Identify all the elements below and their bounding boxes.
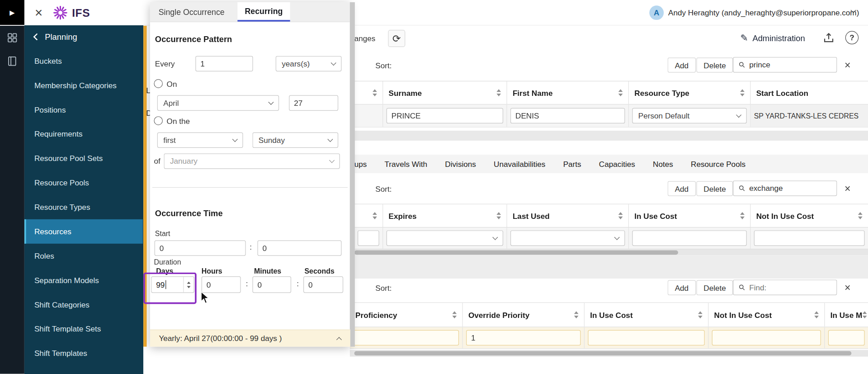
resources-delete-button[interactable]: Delete	[696, 57, 733, 72]
exchange-partial-field[interactable]	[358, 230, 379, 246]
sort-arrows-icon[interactable]	[574, 311, 579, 318]
last-used-select[interactable]	[510, 230, 625, 246]
month-select[interactable]: April	[157, 95, 279, 111]
duration-minutes-field[interactable]	[252, 276, 291, 293]
exchange-col-last-used[interactable]: Last Used	[507, 204, 629, 227]
exchange-clear-search-button[interactable]: ×	[840, 182, 855, 196]
exchange-table-row[interactable]	[354, 227, 868, 249]
sidebar-item-membership-categories[interactable]: Membership Categories	[24, 73, 143, 98]
tab-notes[interactable]: Notes	[653, 159, 673, 168]
sort-arrows-icon[interactable]	[496, 89, 501, 96]
administration-button[interactable]: ✎ Administration	[740, 32, 805, 43]
sidebar-item-positions[interactable]: Positions	[24, 98, 143, 122]
resources-col-resource-type[interactable]: Resource Type	[629, 81, 750, 104]
toolbar-changes-partial[interactable]: anges	[354, 34, 376, 43]
resources-clear-search-button[interactable]: ×	[840, 58, 855, 73]
dialog-vscrollbar-thumb[interactable]	[350, 2, 355, 347]
sort-arrows-icon[interactable]	[373, 89, 377, 96]
duration-hours-field[interactable]	[202, 276, 241, 293]
resources-col-partial[interactable]	[354, 81, 383, 104]
sidebar-item-shift-templates[interactable]: Shift Templates	[24, 341, 143, 365]
surname-field[interactable]	[387, 108, 503, 123]
tab-single-occurrence[interactable]: Single Occurrence	[157, 2, 226, 22]
resources-add-button[interactable]: Add	[668, 57, 696, 72]
exchange-search-box[interactable]	[733, 180, 837, 196]
resources-col-surname[interactable]: Surname	[383, 81, 507, 104]
sidebar-item-resources[interactable]: Resources	[24, 219, 143, 244]
every-value-field[interactable]	[195, 56, 253, 71]
resources-col-start-location[interactable]: Start Location	[750, 81, 868, 104]
of-month-select[interactable]: January	[164, 153, 340, 169]
skills-clear-search-button[interactable]: ×	[840, 281, 855, 295]
sidebar-item-shift-template-sets[interactable]: Shift Template Sets	[24, 317, 143, 341]
expires-select[interactable]	[387, 230, 503, 246]
hscrollbar-thumb[interactable]	[354, 351, 852, 355]
sort-arrows-icon[interactable]	[618, 212, 623, 219]
on-radio[interactable]	[154, 79, 163, 88]
resources-table-row[interactable]: Person Default SP YARD-TANKS-LES CEDRES	[354, 104, 868, 127]
not-in-use-cost-field[interactable]	[754, 230, 865, 246]
sort-arrows-icon[interactable]	[858, 212, 863, 219]
sidebar-item-resource-pool-sets[interactable]: Resource Pool Sets	[24, 146, 143, 170]
close-page-button[interactable]: ×	[32, 6, 45, 19]
exchange-delete-button[interactable]: Delete	[696, 181, 733, 196]
tab-resource-pools[interactable]: Resource Pools	[691, 159, 745, 168]
tab-capacities[interactable]: Capacities	[599, 159, 635, 168]
ordinal-select[interactable]: first	[157, 133, 243, 148]
exchange-col-in-use-cost[interactable]: In Use Cost	[629, 204, 750, 227]
in-use-cost-field[interactable]	[632, 230, 746, 246]
skills-col-not-in-use-cost[interactable]: Not In Use Cost	[708, 303, 825, 327]
start-minute-field[interactable]	[257, 240, 341, 256]
resource-type-select[interactable]: Person Default	[632, 108, 746, 123]
sidebar-item-buckets[interactable]: Buckets	[24, 49, 143, 73]
sidebar-item-resource-types[interactable]: Resource Types	[24, 195, 143, 219]
skills-delete-button[interactable]: Delete	[696, 280, 733, 295]
recurrence-summary-bar[interactable]: Yearly: April 27(00:00:00 - 99 days )	[150, 330, 350, 347]
skills-not-in-use-cost-field[interactable]	[712, 330, 821, 346]
sidebar-item-requirements[interactable]: Requirements	[24, 122, 143, 146]
tab-groups-partial[interactable]: ups	[354, 159, 367, 168]
refresh-button[interactable]: ⟳	[388, 30, 405, 47]
start-hour-field[interactable]	[155, 240, 246, 256]
duration-seconds-field[interactable]	[303, 276, 343, 293]
notebook-nav-button[interactable]	[7, 55, 18, 68]
sidebar-back-planning[interactable]: Planning	[34, 32, 77, 42]
skills-col-override-priority[interactable]: Override Priority	[463, 303, 585, 327]
override-priority-field[interactable]	[466, 330, 580, 346]
skills-col-in-use-cost[interactable]: In Use Cost	[585, 303, 708, 327]
weekday-select[interactable]: Sunday	[252, 133, 338, 148]
hscrollbar-thumb[interactable]	[354, 250, 678, 255]
sort-arrows-icon[interactable]	[814, 311, 819, 318]
exchange-add-button[interactable]: Add	[668, 181, 696, 196]
tab-unavailabilities[interactable]: Unavailabilities	[494, 159, 545, 168]
exchange-search-input[interactable]	[749, 184, 831, 193]
resources-col-first-name[interactable]: First Name	[507, 81, 629, 104]
tab-divisions[interactable]: Divisions	[445, 159, 476, 168]
resources-search-input[interactable]	[749, 60, 831, 69]
skills-in-use-m-field[interactable]	[828, 330, 865, 346]
skills-col-proficiency[interactable]: Proficiency	[350, 303, 463, 327]
sort-arrows-icon[interactable]	[862, 311, 867, 318]
sidebar-item-resource-pools[interactable]: Resource Pools	[24, 170, 143, 195]
app-menu-button[interactable]: ▶	[0, 0, 24, 25]
on-the-radio[interactable]	[154, 116, 163, 125]
sidebar-item-shift-categories[interactable]: Shift Categories	[24, 293, 143, 317]
every-unit-select[interactable]: years(s)	[276, 56, 342, 71]
sort-arrows-icon[interactable]	[373, 212, 377, 219]
proficiency-field[interactable]	[353, 330, 459, 346]
avatar[interactable]: A	[649, 5, 664, 20]
sort-arrows-icon[interactable]	[698, 311, 703, 318]
sidebar-item-roles[interactable]: Roles	[24, 244, 143, 268]
exchange-col-expires[interactable]: Expires	[383, 204, 507, 227]
exchange-col-partial[interactable]	[354, 204, 383, 227]
sidebar-item-separation-models[interactable]: Separation Models	[24, 268, 143, 293]
tab-recurring[interactable]: Recurring	[237, 2, 290, 22]
sort-arrows-icon[interactable]	[740, 89, 745, 96]
skills-col-in-use-m[interactable]: In Use M	[825, 303, 868, 327]
skills-search-input[interactable]	[749, 283, 831, 292]
day-of-month-field[interactable]	[289, 95, 338, 111]
tab-travels-with[interactable]: Travels With	[385, 159, 428, 168]
sort-arrows-icon[interactable]	[452, 311, 457, 318]
sort-arrows-icon[interactable]	[496, 212, 501, 219]
tab-parts[interactable]: Parts	[563, 159, 581, 168]
